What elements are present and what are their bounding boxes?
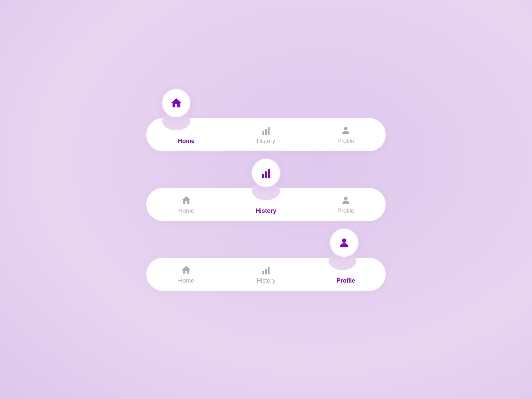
bubble-circle-3 [329,228,359,258]
active-bubble-nav3 [329,228,359,258]
svg-rect-4 [262,174,264,178]
svg-rect-9 [262,271,264,274]
home-label-2: Home [178,207,194,214]
nav-item-history-1[interactable]: History [243,125,289,145]
svg-rect-6 [268,169,270,178]
profile-label-1: Profile [337,138,354,145]
svg-point-7 [344,197,348,200]
svg-point-8 [342,238,346,243]
home-icon-active [170,97,183,109]
svg-rect-1 [265,129,267,135]
svg-rect-11 [268,267,269,274]
home-label-1: Home [178,138,195,145]
profile-icon-2 [340,195,351,205]
navbar-3: Home History Profile [146,244,386,291]
nav-item-home-2[interactable]: Home [163,195,209,214]
profile-label-3: Profile [336,277,355,284]
navbar-1: Home History Profile [146,105,386,151]
history-label-2: History [256,207,276,214]
profile-label-2: Profile [337,207,354,214]
profile-icon-active [338,236,350,249]
navbar-2: Home History Profile [146,175,386,221]
active-bubble-nav1 [161,88,191,118]
history-icon-1 [261,125,271,136]
svg-rect-2 [268,127,269,135]
bubble-circle-2 [251,158,281,188]
navbar-bar-1: Home History Profile [146,118,386,151]
bubble-circle [161,88,191,118]
navbar-bar-2: Home History Profile [146,188,386,221]
history-label-1: History [257,138,275,145]
svg-point-3 [344,127,348,130]
home-icon-2 [181,195,192,205]
history-label-3: History [257,277,275,284]
navbar-bar-3: Home History Profile [146,258,386,291]
svg-rect-5 [265,171,267,178]
nav-item-history-3[interactable]: History [243,265,289,284]
svg-rect-0 [262,131,264,135]
profile-icon-1 [340,125,351,136]
nav-item-profile-1[interactable]: Profile [323,125,369,145]
nav-item-profile-2[interactable]: Profile [323,195,369,214]
history-icon-3 [261,265,271,275]
home-icon-3 [181,265,192,275]
nav-item-home-3[interactable]: Home [163,265,209,284]
history-icon-active [260,167,272,179]
home-label-3: Home [178,277,194,284]
svg-rect-10 [265,269,267,274]
active-bubble-nav2 [251,158,281,188]
